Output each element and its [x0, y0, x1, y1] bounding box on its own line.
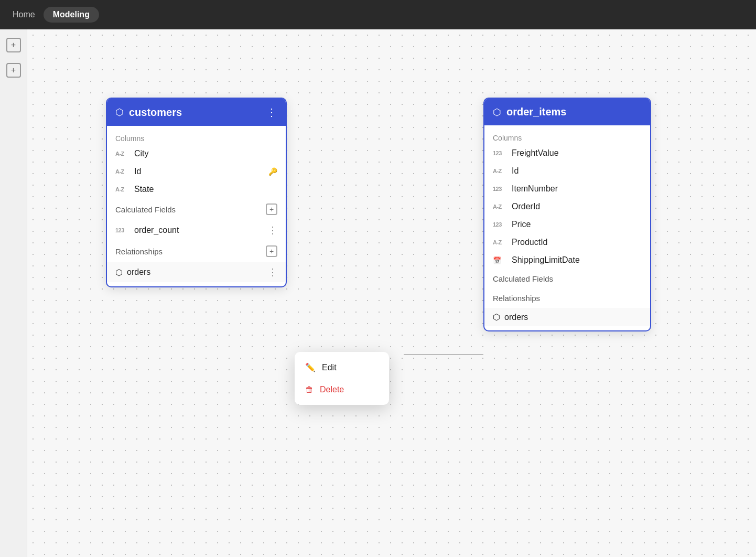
col-productid: ProductId [512, 238, 642, 247]
col-type-az: A-Z [115, 168, 130, 175]
orders-icon: ⬡ [493, 312, 500, 322]
col-id: Id [512, 166, 642, 176]
table-row: ⬡ orders ⋮ [107, 262, 286, 282]
add-relationship-button[interactable]: + [266, 245, 277, 257]
top-navigation: Home Modeling [0, 0, 756, 29]
order-items-body: Columns 123 FreightValue A-Z Id 123 Item… [484, 125, 650, 330]
order-items-table-title: order_items [506, 106, 642, 118]
calculated-fields-section: Calculated Fields + [107, 198, 286, 220]
table-row: A-Z State [107, 180, 286, 198]
col-type-az: A-Z [493, 239, 507, 245]
sidebar-add-icon-2[interactable]: + [6, 63, 21, 78]
calculated-fields-label: Calculated Fields [115, 205, 176, 214]
customers-table-icon: ⬡ [115, 106, 124, 118]
context-menu-edit[interactable]: ✏️ Edit [295, 356, 389, 379]
nav-home[interactable]: Home [13, 10, 35, 19]
col-type-az: A-Z [493, 168, 507, 174]
table-row: A-Z OrderId [484, 198, 650, 216]
customers-table-body: Columns A-Z City A-Z Id 🔑 A-Z State Calc… [107, 126, 286, 286]
modeling-canvas: ⬡ customers ⋮ Columns A-Z City A-Z Id 🔑 … [27, 29, 756, 557]
customers-table-title: customers [129, 106, 261, 119]
customers-columns-label: Columns [107, 130, 286, 145]
order-items-relationships: Relationships [484, 288, 650, 308]
table-row: 📅 ShippingLimitDate [484, 251, 650, 269]
table-row: A-Z Id [484, 162, 650, 180]
orders-name: orders [504, 313, 642, 322]
col-order-count: order_count [134, 226, 264, 235]
table-row: A-Z Id 🔑 [107, 163, 286, 180]
col-id: Id [134, 167, 264, 176]
col-type-az: A-Z [115, 186, 130, 192]
order-items-rel-label: Relationships [493, 294, 540, 303]
col-price: Price [512, 220, 642, 229]
context-menu-delete[interactable]: 🗑 Delete [295, 379, 389, 401]
delete-label: Delete [320, 385, 344, 394]
col-type-123: 123 [493, 221, 507, 228]
col-type-123: 123 [493, 150, 507, 156]
orders-rel-name: orders [127, 267, 264, 277]
add-calculated-field-button[interactable]: + [266, 203, 277, 215]
customers-table-menu[interactable]: ⋮ [266, 106, 277, 119]
table-row: 123 Price [484, 216, 650, 233]
orders-rel-icon: ⬡ [115, 267, 123, 277]
relationships-section: Relationships + [107, 240, 286, 262]
nav-modeling[interactable]: Modeling [44, 7, 99, 23]
order-items-calc-label: Calculated Fields [493, 274, 553, 283]
col-state: State [134, 185, 277, 194]
col-type-az: A-Z [115, 151, 130, 157]
col-shippinglimitdate: ShippingLimitDate [512, 255, 642, 265]
table-row: ⬡ orders [484, 308, 650, 326]
order-items-table-header: ⬡ order_items [484, 99, 650, 125]
order-items-columns-label: Columns [484, 130, 650, 144]
trash-icon: 🗑 [305, 385, 314, 394]
col-city: City [134, 149, 277, 158]
table-row: A-Z ProductId [484, 233, 650, 251]
col-type-123: 123 [115, 227, 130, 233]
edit-icon: ✏️ [305, 362, 316, 372]
customers-table-header: ⬡ customers ⋮ [107, 99, 286, 126]
table-row: A-Z City [107, 145, 286, 163]
order-count-menu[interactable]: ⋮ [268, 224, 277, 236]
relationships-label: Relationships [115, 247, 163, 256]
table-row: 123 order_count ⋮ [107, 220, 286, 240]
edit-label: Edit [322, 363, 337, 372]
orders-rel-menu[interactable]: ⋮ [268, 266, 277, 278]
order-items-table: ⬡ order_items Columns 123 FreightValue A… [483, 98, 651, 331]
col-type-az: A-Z [493, 203, 507, 210]
sidebar: + + [0, 29, 27, 557]
customers-table: ⬡ customers ⋮ Columns A-Z City A-Z Id 🔑 … [106, 98, 287, 287]
table-row: 123 FreightValue [484, 144, 650, 162]
context-menu: ✏️ Edit 🗑 Delete [295, 352, 389, 405]
col-freightvalue: FreightValue [512, 148, 642, 158]
order-items-icon: ⬡ [493, 106, 501, 118]
key-icon: 🔑 [268, 167, 277, 176]
col-itemnumber: ItemNumber [512, 184, 642, 194]
order-items-calculated-fields: Calculated Fields [484, 269, 650, 288]
col-type-123: 123 [493, 186, 507, 192]
sidebar-add-icon-1[interactable]: + [6, 38, 21, 52]
table-row: 123 ItemNumber [484, 180, 650, 198]
col-orderid: OrderId [512, 202, 642, 211]
col-type-date: 📅 [493, 256, 507, 264]
